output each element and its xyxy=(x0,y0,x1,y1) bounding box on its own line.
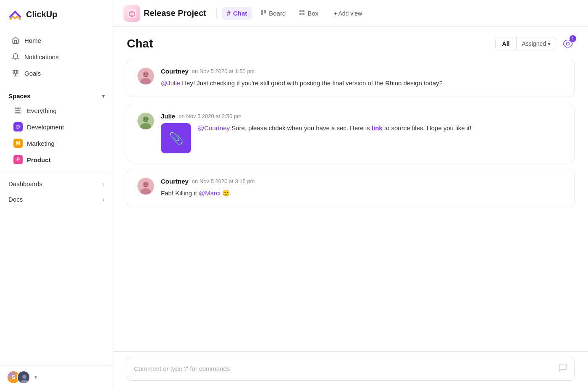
spaces-chevron-icon: ▾ xyxy=(102,93,105,99)
sidebar-footer: S ▾ xyxy=(0,365,113,389)
svg-rect-21 xyxy=(302,13,304,15)
comment-input-wrapper[interactable]: Comment or type '/' for commands xyxy=(127,357,575,381)
chat-header-right: All Assigned ▾ 1 xyxy=(495,37,575,50)
everything-label: Everything xyxy=(27,107,57,114)
docs-left: Docs xyxy=(8,196,23,203)
development-label: Development xyxy=(27,124,64,131)
sidebar-item-goals[interactable]: Goals xyxy=(3,65,110,81)
development-badge: D xyxy=(13,122,23,131)
message-time-3: on Nov 5 2020 at 3:15 pm xyxy=(192,178,255,184)
logo: ClickUp xyxy=(0,0,113,29)
message-body-2b: to source files. Hope you like it! xyxy=(384,124,472,131)
avatar-j xyxy=(17,371,30,384)
marketing-badge: M xyxy=(13,139,23,148)
eye-badge[interactable]: 1 xyxy=(561,37,575,50)
filter-buttons: All Assigned ▾ xyxy=(495,37,556,50)
tab-board[interactable]: Board xyxy=(255,7,291,19)
add-view-label: + Add view xyxy=(333,10,362,17)
message-body-2a: Sure, please chdek when you have a sec. … xyxy=(231,124,372,131)
spaces-header[interactable]: Spaces ▾ xyxy=(8,90,105,102)
sidebar: ClickUp Home Notifications Goals Spaces … xyxy=(0,0,113,389)
board-tab-icon xyxy=(260,10,266,17)
mention-marci[interactable]: @Marci xyxy=(199,189,220,197)
sidebar-item-dashboards[interactable]: Dashboards › xyxy=(8,176,105,192)
tab-chat-label: Chat xyxy=(233,10,247,17)
comment-area: Comment or type '/' for commands xyxy=(113,351,588,389)
message-content-1: Courtney on Nov 5 2020 at 1:50 pm @Julie… xyxy=(161,68,564,88)
sidebar-item-notifications[interactable]: Notifications xyxy=(3,49,110,65)
message-author-1: Courtney xyxy=(161,68,189,75)
product-badge: P xyxy=(13,155,23,164)
box-tab-icon xyxy=(299,10,305,17)
project-icon xyxy=(123,5,140,22)
tab-box[interactable]: Box xyxy=(294,7,323,19)
svg-point-5 xyxy=(18,110,19,111)
sidebar-nav: Home Notifications Goals xyxy=(0,29,113,85)
avatar-group[interactable]: S xyxy=(7,371,30,384)
filter-all-button[interactable]: All xyxy=(496,37,517,50)
assigned-chevron-icon: ▾ xyxy=(548,40,551,47)
sidebar-item-docs[interactable]: Docs › xyxy=(8,192,105,207)
sidebar-item-product[interactable]: P Product xyxy=(8,152,105,168)
comment-placeholder: Comment or type '/' for commands xyxy=(134,365,230,372)
message-card-1: Courtney on Nov 5 2020 at 1:50 pm @Julie… xyxy=(127,59,575,97)
filter-assigned-label: Assigned xyxy=(522,40,546,47)
attachment-thumb[interactable]: 📎 xyxy=(161,123,191,153)
message-time-2: on Nov 5 2020 at 2:50 pm xyxy=(178,113,242,119)
svg-point-7 xyxy=(15,112,16,113)
svg-rect-18 xyxy=(299,10,302,12)
attachment-text: @Courtney Sure, please chdek when you ha… xyxy=(198,123,471,133)
message-emoji: 🙂 xyxy=(222,189,230,197)
svg-point-2 xyxy=(18,108,19,109)
add-view-button[interactable]: + Add view xyxy=(328,8,367,19)
sidebar-item-home-label: Home xyxy=(24,37,41,44)
tab-board-label: Board xyxy=(269,10,286,17)
paperclip-icon: 📎 xyxy=(169,131,184,145)
svg-point-26 xyxy=(144,74,145,75)
main-content: Release Project # Chat Board Box + Add v… xyxy=(113,0,588,389)
docs-chevron-icon: › xyxy=(102,196,105,203)
message-header-1: Courtney on Nov 5 2020 at 1:50 pm xyxy=(161,68,564,75)
message-avatar-courtney-1 xyxy=(137,68,154,84)
message-card-2: Julie on Nov 5 2020 at 2:50 pm 📎 @Courtn… xyxy=(127,104,575,162)
message-content-3: Courtney on Nov 5 2020 at 3:15 pm Fab! K… xyxy=(161,178,564,198)
message-header-2: Julie on Nov 5 2020 at 2:50 pm xyxy=(161,113,564,120)
spaces-section: Spaces ▾ Everything D Development M xyxy=(0,85,113,171)
topbar-divider xyxy=(216,8,217,18)
message-header-3: Courtney on Nov 5 2020 at 3:15 pm xyxy=(161,178,564,185)
eye-badge-count: 1 xyxy=(570,35,576,42)
mention-courtney[interactable]: @Courtney xyxy=(198,124,230,131)
attachment-block: 📎 @Courtney Sure, please chdek when you … xyxy=(161,123,564,153)
sidebar-item-marketing[interactable]: M Marketing xyxy=(8,135,105,151)
dashboards-left: Dashboards xyxy=(8,180,42,187)
sidebar-item-development[interactable]: D Development xyxy=(8,119,105,135)
svg-rect-17 xyxy=(264,10,266,13)
sidebar-item-notifications-label: Notifications xyxy=(24,53,59,60)
dashboards-chevron-icon: › xyxy=(102,180,105,187)
sidebar-item-goals-label: Goals xyxy=(24,70,41,77)
logo-text: ClickUp xyxy=(26,10,57,19)
source-link[interactable]: link xyxy=(372,124,383,131)
mention-julie[interactable]: @Julie xyxy=(161,79,180,87)
home-icon xyxy=(12,37,19,44)
tab-chat[interactable]: # Chat xyxy=(222,7,252,20)
sidebar-item-everything[interactable]: Everything xyxy=(8,103,105,118)
bell-icon xyxy=(12,53,19,60)
chat-tab-hash-icon: # xyxy=(227,10,231,17)
svg-rect-20 xyxy=(299,13,302,15)
svg-rect-16 xyxy=(261,10,263,15)
message-avatar-courtney-2 xyxy=(137,178,154,194)
sidebar-bottom: Dashboards › Docs › xyxy=(0,174,113,209)
svg-point-34 xyxy=(143,181,149,187)
message-text-3: Fab! Killing it @Marci 🙂 xyxy=(161,188,564,198)
footer-chevron-icon[interactable]: ▾ xyxy=(34,374,37,380)
svg-point-8 xyxy=(18,112,19,113)
comment-bubble-icon xyxy=(558,363,567,374)
sidebar-item-home[interactable]: Home xyxy=(3,32,110,48)
filter-assigned-button[interactable]: Assigned ▾ xyxy=(516,37,556,50)
everything-icon xyxy=(13,106,23,115)
svg-rect-19 xyxy=(302,10,304,12)
messages-area: Courtney on Nov 5 2020 at 1:50 pm @Julie… xyxy=(127,59,575,351)
chat-header: Chat All Assigned ▾ 1 xyxy=(127,27,575,59)
message-author-3: Courtney xyxy=(161,178,189,185)
